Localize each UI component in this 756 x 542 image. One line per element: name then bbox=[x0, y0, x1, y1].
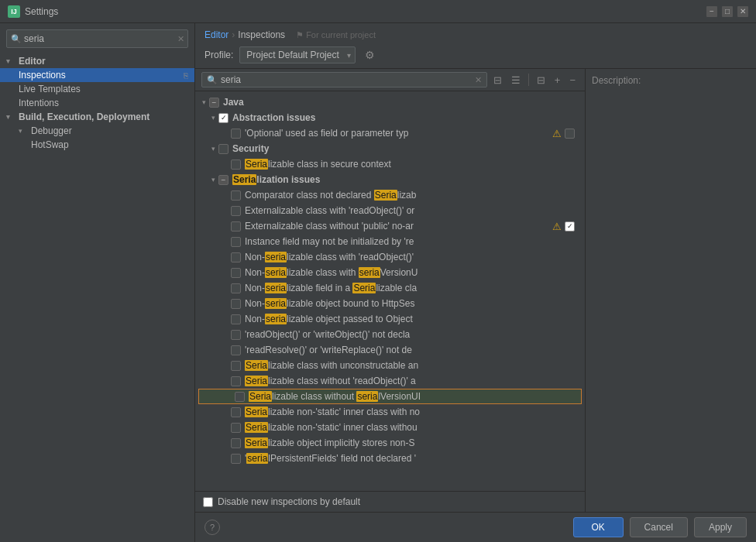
nonser-object-checkbox[interactable] bbox=[231, 314, 241, 324]
settings-search-input[interactable] bbox=[6, 29, 188, 48]
seria-noversion-checkbox[interactable] bbox=[235, 392, 245, 402]
disable-new-text: Disable new inspections by default bbox=[218, 496, 360, 507]
optional-severity-checkbox[interactable] bbox=[565, 129, 575, 139]
inspection-row-comparator[interactable]: Comparator class not declared Serializab bbox=[195, 187, 585, 203]
settings-search-box[interactable]: 🔍 ✕ bbox=[6, 29, 188, 48]
minimize-button[interactable]: − bbox=[706, 6, 717, 17]
security-checkbox[interactable] bbox=[218, 144, 229, 154]
inspection-row-nonser-http[interactable]: Non-serializable object bound to HttpSes bbox=[195, 296, 585, 311]
inspection-row-abstraction[interactable]: ▾ Abstraction issues bbox=[195, 110, 585, 125]
inspection-row-nonser-readobj[interactable]: Non-serializable class with 'readObject(… bbox=[195, 249, 585, 265]
inspection-row-seria-unconst[interactable]: Serializable class with unconstructable … bbox=[195, 358, 585, 373]
inspection-row-seria-issues[interactable]: ▾ Serialization issues bbox=[195, 172, 585, 187]
instance-checkbox[interactable] bbox=[231, 237, 241, 247]
sidebar-item-inspections[interactable]: Inspections ⎘ bbox=[0, 68, 194, 82]
seria-unconst-checkbox[interactable] bbox=[231, 361, 241, 371]
ok-button[interactable]: OK bbox=[573, 517, 624, 537]
inspection-row-seria-noread[interactable]: Serializable class without 'readObject()… bbox=[195, 373, 585, 389]
optional-checkbox[interactable] bbox=[231, 129, 241, 139]
expand-all-button[interactable]: ☰ bbox=[508, 73, 524, 87]
expand-icon: ▾ bbox=[208, 114, 218, 122]
inspection-row-seria-nonstatic1[interactable]: Serializable non-'static' inner class wi… bbox=[195, 404, 585, 420]
nonser-version-checkbox[interactable] bbox=[231, 268, 241, 278]
sidebar-item-label: HotSwap bbox=[31, 139, 69, 150]
readwrite-obj-checkbox[interactable] bbox=[231, 330, 241, 340]
inspection-row-security[interactable]: ▾ Security bbox=[195, 141, 585, 156]
seria-noread-checkbox[interactable] bbox=[231, 376, 241, 386]
disable-new-checkbox[interactable] bbox=[203, 497, 213, 507]
cancel-button[interactable]: Cancel bbox=[630, 517, 688, 537]
titlebar-controls[interactable]: − □ ✕ bbox=[706, 6, 748, 17]
highlight-span: Seria bbox=[245, 159, 268, 170]
inspection-row-nonser-field[interactable]: Non-serializable field in a Serializable… bbox=[195, 280, 585, 296]
readresolve-checkbox[interactable] bbox=[231, 345, 241, 355]
breadcrumb: Editor › Inspections ⚑ For current proje… bbox=[204, 29, 747, 40]
help-button[interactable]: ? bbox=[204, 520, 220, 535]
seria-issues-checkbox[interactable] bbox=[218, 175, 229, 185]
inspection-row-seria-noversion[interactable]: Serializable class without serialVersion… bbox=[198, 389, 582, 404]
inspections-search-clear[interactable]: ✕ bbox=[475, 75, 482, 85]
comparator-checkbox[interactable] bbox=[231, 190, 241, 201]
project-scope-label: ⚑ For current project bbox=[296, 30, 376, 40]
inspection-row-nonser-version[interactable]: Non-serializable class with seriaVersion… bbox=[195, 265, 585, 280]
apply-button[interactable]: Apply bbox=[694, 517, 747, 537]
abstraction-checkbox[interactable] bbox=[218, 113, 229, 123]
inspection-row-instance[interactable]: Instance field may not be initialized by… bbox=[195, 234, 585, 249]
maximize-button[interactable]: □ bbox=[722, 6, 733, 17]
inspection-row-ext-nopub[interactable]: Externalizable class without 'public' no… bbox=[195, 218, 585, 234]
nonser-field-checkbox[interactable] bbox=[231, 283, 241, 293]
inspection-row-readwrite-obj[interactable]: 'readObject()' or 'writeObject()' not de… bbox=[195, 327, 585, 342]
inspection-row-seria-implicit[interactable]: Serializable object implicitly stores no… bbox=[195, 435, 585, 451]
sidebar-item-label: Editor bbox=[19, 56, 46, 67]
ext-nopub-checkbox[interactable] bbox=[231, 221, 241, 232]
inspection-row-seria-persistent[interactable]: 'serialPersistentFields' field not decla… bbox=[195, 451, 585, 466]
nonser-readobj-checkbox[interactable] bbox=[231, 252, 241, 262]
breadcrumb-separator: › bbox=[232, 29, 235, 40]
seria-secure-checkbox[interactable] bbox=[231, 160, 241, 170]
add-button[interactable]: + bbox=[552, 73, 564, 87]
breadcrumb-parent[interactable]: Editor bbox=[204, 29, 229, 40]
copy-icon: ⎘ bbox=[184, 71, 188, 80]
disable-new-label[interactable]: Disable new inspections by default bbox=[203, 496, 577, 507]
profile-select[interactable]: Project Default Project bbox=[239, 46, 356, 63]
inspection-row-readresolve[interactable]: 'readResolve()' or 'writeReplace()' not … bbox=[195, 342, 585, 358]
profile-label: Profile: bbox=[204, 50, 233, 60]
sidebar-item-build[interactable]: ▾ Build, Execution, Deployment bbox=[0, 110, 194, 124]
minus-button[interactable]: − bbox=[566, 73, 579, 87]
inspection-row-seria-secure[interactable]: Serializable class in secure context bbox=[195, 156, 585, 172]
seria-nonstatic1-checkbox[interactable] bbox=[231, 407, 241, 417]
inspection-row-java[interactable]: ▾ Java bbox=[195, 94, 585, 110]
profile-gear-button[interactable]: ⚙ bbox=[362, 47, 378, 63]
inspections-list: 🔍 ✕ ⊟ ☰ ⊟ + − ▾ bbox=[195, 69, 586, 512]
seria-implicit-checkbox[interactable] bbox=[231, 438, 241, 448]
seria-persistent-checkbox[interactable] bbox=[231, 454, 241, 464]
ext-readobj-checkbox[interactable] bbox=[231, 206, 241, 216]
inspection-row-optional[interactable]: 'Optional' used as field or parameter ty… bbox=[195, 125, 585, 141]
seria-nonstatic2-checkbox[interactable] bbox=[231, 423, 241, 433]
sidebar-item-live-templates[interactable]: Live Templates bbox=[0, 82, 194, 96]
inspection-label: Externalizable class without 'public' no… bbox=[245, 221, 549, 232]
highlight-span: seria bbox=[265, 283, 287, 293]
inspection-row-seria-nonstatic2[interactable]: Serializable non-'static' inner class wi… bbox=[195, 420, 585, 435]
sidebar-item-editor[interactable]: ▾ Editor bbox=[0, 54, 194, 68]
settings-search-clear[interactable]: ✕ bbox=[177, 34, 184, 44]
highlight-span: seria bbox=[359, 267, 380, 278]
inspections-search-input[interactable] bbox=[221, 74, 472, 85]
nonser-http-checkbox[interactable] bbox=[231, 299, 241, 309]
profile-select-wrap[interactable]: Project Default Project bbox=[239, 46, 356, 63]
ext-nopub-severity-checkbox[interactable] bbox=[565, 221, 575, 232]
collapse-all-button[interactable]: ⊟ bbox=[534, 73, 548, 87]
sidebar-item-debugger[interactable]: ▾ Debugger bbox=[0, 124, 194, 138]
inspection-row-nonser-object[interactable]: Non-serializable object passed to Object bbox=[195, 311, 585, 327]
highlight-span: Seria bbox=[245, 376, 268, 386]
filter-button[interactable]: ⊟ bbox=[490, 73, 505, 87]
inspections-search-box[interactable]: 🔍 ✕ bbox=[201, 72, 487, 87]
close-button[interactable]: ✕ bbox=[737, 6, 748, 17]
sidebar-item-hotswap[interactable]: HotSwap bbox=[0, 138, 194, 152]
expand-icon: ▾ bbox=[208, 145, 218, 153]
content-header: Editor › Inspections ⚑ For current proje… bbox=[195, 23, 756, 69]
highlight-span: seria bbox=[265, 267, 287, 278]
java-checkbox[interactable] bbox=[209, 98, 219, 108]
inspection-row-ext-readobj[interactable]: Externalizable class with 'readObject()'… bbox=[195, 203, 585, 218]
sidebar-item-intentions[interactable]: Intentions bbox=[0, 96, 194, 110]
